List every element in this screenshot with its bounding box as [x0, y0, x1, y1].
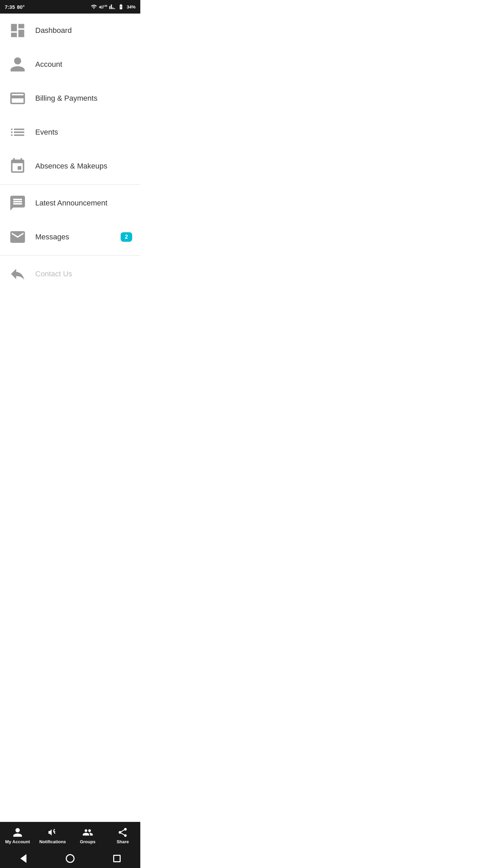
- menu-item-billing[interactable]: Billing & Payments: [0, 81, 140, 115]
- battery-icon: [117, 4, 125, 10]
- dashboard-icon: [8, 21, 27, 40]
- menu-label-events: Events: [35, 128, 58, 137]
- messages-badge: 2: [121, 232, 132, 242]
- divider-1: [0, 184, 140, 185]
- status-time: 7:35: [5, 4, 15, 10]
- wifi-icon: [91, 4, 97, 10]
- menu-label-contact: Contact Us: [35, 270, 72, 278]
- menu-item-events[interactable]: Events: [0, 115, 140, 149]
- signal-4g: 4GLTE: [99, 4, 107, 9]
- menu-label-dashboard: Dashboard: [35, 26, 72, 35]
- menu-item-absences[interactable]: Absences & Makeups: [0, 149, 140, 183]
- signal-bars-icon: [109, 4, 115, 10]
- menu-item-announcement[interactable]: Latest Announcement: [0, 186, 140, 220]
- account-icon: [8, 55, 27, 74]
- menu-label-billing: Billing & Payments: [35, 94, 97, 103]
- menu-label-absences: Absences & Makeups: [35, 162, 107, 171]
- billing-icon: [8, 89, 27, 108]
- menu-item-account[interactable]: Account: [0, 47, 140, 81]
- menu-label-account: Account: [35, 60, 62, 69]
- menu-item-contact[interactable]: Contact Us: [0, 257, 140, 287]
- menu-list-2: Latest Announcement Messages 2: [0, 186, 140, 254]
- menu-list-3: Contact Us: [0, 257, 140, 287]
- announcement-icon: [8, 194, 27, 213]
- menu-item-messages[interactable]: Messages 2: [0, 220, 140, 254]
- menu-item-dashboard[interactable]: Dashboard: [0, 14, 140, 47]
- menu-list: Dashboard Account Billing & Payments Eve…: [0, 14, 140, 183]
- divider-2: [0, 255, 140, 256]
- contact-icon: [8, 264, 27, 283]
- absences-icon: [8, 157, 27, 176]
- status-bar: 7:35 80° 4GLTE 34%: [0, 0, 140, 14]
- status-right: 4GLTE 34%: [91, 4, 136, 10]
- menu-label-announcement: Latest Announcement: [35, 199, 107, 208]
- menu-label-messages: Messages: [35, 233, 69, 241]
- messages-icon: [8, 228, 27, 246]
- events-icon: [8, 123, 27, 142]
- battery-percent: 34%: [127, 4, 136, 9]
- status-temp: 80°: [17, 4, 25, 10]
